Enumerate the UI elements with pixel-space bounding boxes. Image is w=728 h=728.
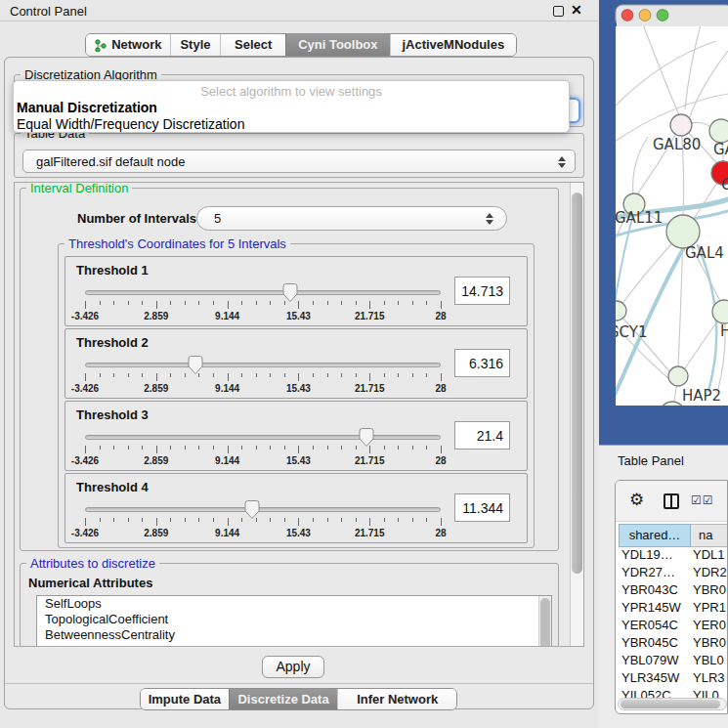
cell-shared-name: YER054C xyxy=(621,618,691,632)
close-icon[interactable]: ✕ xyxy=(571,2,582,18)
list-scrollbar[interactable] xyxy=(538,596,551,647)
scrollbar-thumb[interactable] xyxy=(621,700,720,708)
tab-label: Style xyxy=(180,34,210,56)
table-row[interactable]: YER054CYER0 xyxy=(619,618,728,635)
tick-mark xyxy=(412,518,413,522)
traffic-light-minimize-icon[interactable] xyxy=(639,10,651,21)
numerical-attributes-list[interactable]: SelfLoopsTopologicalCoefficientBetweenne… xyxy=(36,595,552,647)
tick-label: 9.144 xyxy=(215,311,239,321)
number-of-intervals-select[interactable]: 5 xyxy=(196,206,507,231)
traffic-light-close-icon[interactable] xyxy=(621,10,633,21)
tick-mark xyxy=(113,446,114,450)
attribute-item[interactable]: BetweennessCentrality xyxy=(37,627,551,643)
tick-mark xyxy=(142,301,143,305)
intervals-value: 5 xyxy=(214,211,221,226)
network-node[interactable] xyxy=(666,215,700,248)
network-node[interactable] xyxy=(668,366,688,386)
attribute-item[interactable]: SelfLoops xyxy=(37,596,551,612)
slider-thumb[interactable] xyxy=(281,282,299,303)
threshold-3-value-field[interactable]: 21.4 xyxy=(454,421,510,450)
tick-mark xyxy=(341,518,342,522)
threshold-4-value-field[interactable]: 11.344 xyxy=(454,493,510,522)
tick-mark xyxy=(256,446,257,450)
table-row[interactable]: YBL079WYBL0 xyxy=(619,653,728,670)
network-node[interactable] xyxy=(670,114,692,136)
table-row[interactable]: YBR045CYBR0 xyxy=(619,635,728,653)
tick-mark xyxy=(441,373,442,381)
tab-discretize-data[interactable]: Discretize Data xyxy=(229,689,338,709)
tab-network[interactable]: Network xyxy=(86,34,170,56)
slider-thumb[interactable] xyxy=(358,427,375,448)
tick-mark xyxy=(113,301,114,305)
tick-label: -3.426 xyxy=(71,383,99,394)
tick-mark xyxy=(356,446,357,450)
table-row[interactable]: YDL19…YDL1 xyxy=(619,547,728,565)
horizontal-scrollbar[interactable] xyxy=(618,698,727,710)
tick-mark xyxy=(170,518,171,522)
settings-scroll-viewport: Interval Definition Number of Intervals … xyxy=(14,182,584,647)
threshold-2-slider[interactable]: -3.4262.8599.14415.4321.71528 xyxy=(85,355,441,396)
tick-mark xyxy=(85,446,86,453)
table-row[interactable]: YBR043CYBR0 xyxy=(619,582,728,600)
attribute-item[interactable]: TopologicalCoefficient xyxy=(37,612,551,627)
tick-mark xyxy=(298,373,299,381)
tick-mark xyxy=(441,518,442,526)
slider-track[interactable] xyxy=(85,435,441,440)
split-columns-icon[interactable] xyxy=(664,493,679,509)
tick-mark xyxy=(441,446,442,453)
slider-track[interactable] xyxy=(85,290,441,295)
threshold-1-slider[interactable]: -3.4262.8599.14415.4321.71528 xyxy=(85,282,441,323)
threshold-4-slider[interactable]: -3.4262.8599.14415.4321.71528 xyxy=(85,499,441,540)
table-data-select[interactable]: galFiltered.sif default node xyxy=(22,150,576,173)
slider-thumb[interactable] xyxy=(243,499,261,520)
tab-style[interactable]: Style xyxy=(170,34,221,56)
threshold-1-value-field[interactable]: 14.713 xyxy=(454,277,510,305)
vertical-scrollbar[interactable] xyxy=(570,183,583,646)
gear-icon[interactable]: ⚙ xyxy=(629,490,644,510)
tab-jactivemnodules[interactable]: jActiveMNodules xyxy=(390,34,516,56)
tick-mark xyxy=(356,518,357,522)
tab-impute-data[interactable]: Impute Data xyxy=(141,689,229,709)
tick-label: 15.43 xyxy=(286,455,311,466)
column-header-name[interactable]: na xyxy=(691,524,728,547)
tick-mark xyxy=(284,446,285,450)
threshold-3-slider[interactable]: -3.4262.8599.14415.4321.71528 xyxy=(85,427,441,468)
tick-mark xyxy=(327,301,328,305)
scrollbar-thumb[interactable] xyxy=(540,598,550,647)
scrollbar-thumb[interactable] xyxy=(572,193,582,574)
popup-option-equal-width-frequency[interactable]: Equal Width/Frequency Discretization xyxy=(17,116,244,132)
threshold-label: Threshold 4 xyxy=(76,480,149,494)
tick-mark xyxy=(142,446,143,450)
tab-select[interactable]: Select xyxy=(220,34,285,56)
tab-infer-network[interactable]: Infer Network xyxy=(337,689,456,709)
slider-track[interactable] xyxy=(85,363,441,367)
node-label: HAP2 xyxy=(682,387,721,405)
column-header-shared[interactable]: shared… xyxy=(619,524,691,547)
tick-mark xyxy=(270,301,271,305)
cell-name: YDR2 xyxy=(693,565,728,579)
table-row[interactable]: YDR27…YDR2 xyxy=(619,565,728,582)
cell-shared-name: YBR045C xyxy=(621,635,691,650)
table-row[interactable]: YPR145WYPR1 xyxy=(619,600,728,618)
traffic-light-zoom-icon[interactable] xyxy=(657,10,668,21)
tick-mark xyxy=(213,446,214,450)
slider-thumb[interactable] xyxy=(187,355,204,375)
apply-button[interactable]: Apply xyxy=(262,656,324,678)
node-label: GA xyxy=(713,141,728,158)
table-row[interactable]: YLR345WYLR3 xyxy=(619,670,728,688)
tick-mark xyxy=(384,373,385,377)
tick-mark xyxy=(426,373,427,377)
network-node[interactable] xyxy=(709,119,728,143)
float-window-icon[interactable] xyxy=(553,6,564,17)
tick-mark xyxy=(398,446,399,450)
threshold-2-value-field[interactable]: 6.316 xyxy=(454,349,510,377)
tab-cyni-toolbox[interactable]: Cyni Toolbox xyxy=(285,34,390,56)
tick-mark xyxy=(426,301,427,305)
tab-label: Infer Network xyxy=(357,689,438,710)
slider-track[interactable] xyxy=(85,507,441,512)
tick-mark xyxy=(113,518,114,522)
column-checkboxes-icon[interactable]: ☑☑ xyxy=(691,493,714,507)
network-view-window[interactable]: GAL80GACGAL11GAL4GCY1HHAP2 xyxy=(599,0,728,445)
stepper-arrows-icon xyxy=(486,212,493,226)
popup-option-manual-discretization[interactable]: Manual Discretization xyxy=(17,100,157,115)
